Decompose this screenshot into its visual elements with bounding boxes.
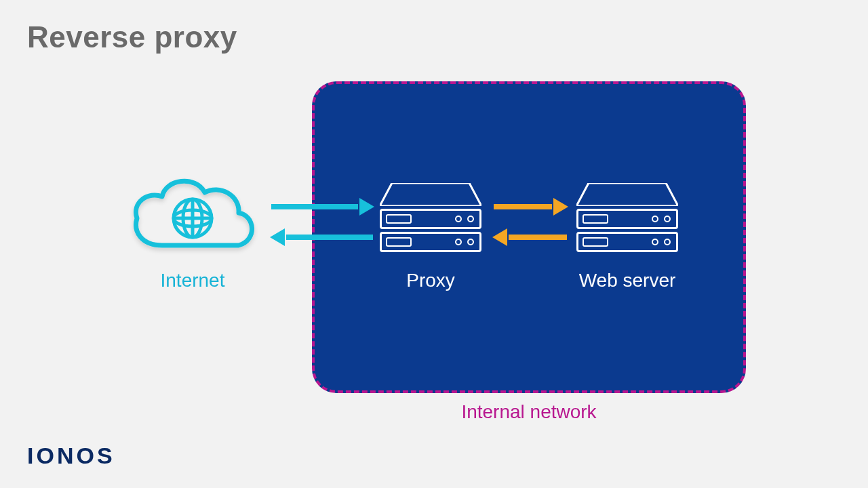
internal-network-label: Internal network	[312, 401, 746, 423]
svg-marker-6	[576, 183, 678, 206]
internet-cloud-icon	[125, 169, 260, 264]
internet-label: Internet	[125, 270, 260, 291]
proxy-label: Proxy	[366, 270, 495, 291]
web-server-label: Web server	[556, 270, 698, 291]
svg-marker-5	[380, 183, 481, 206]
web-server-icon	[576, 183, 678, 251]
page-title: Reverse proxy	[27, 20, 237, 54]
proxy-server-icon	[380, 183, 481, 251]
brand-logo: IONOS	[27, 443, 115, 469]
